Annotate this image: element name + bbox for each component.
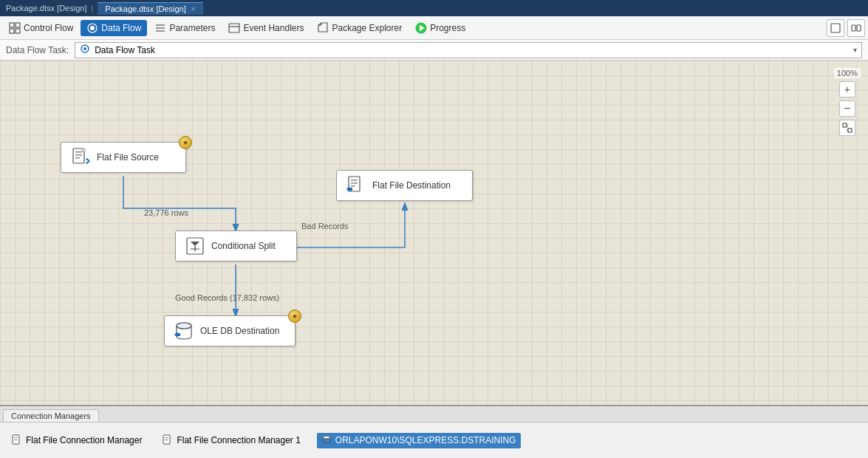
sql-server-cm-item[interactable]: ORLAPONW10\SQLEXPRESS.DSTRAINING — [317, 433, 521, 448]
flat-file-cm-icon — [12, 434, 22, 447]
rows-23776-label: 23,776 rows — [144, 208, 188, 217]
conditional-split-node[interactable]: Conditional Split — [175, 230, 297, 262]
svg-rect-17 — [857, 25, 861, 31]
toolbar-action-2[interactable] — [847, 19, 865, 37]
toolbar-action-1[interactable] — [827, 19, 844, 37]
toolbar-package-explorer[interactable]: Package Explorer — [311, 20, 408, 36]
zoom-level: 100% — [834, 68, 861, 78]
svg-rect-38 — [843, 123, 847, 127]
ole-db-destination-label: OLE DB Destination — [200, 326, 279, 336]
conditional-split-label: Conditional Split — [211, 241, 276, 251]
svg-point-19 — [83, 47, 86, 50]
data-flow-icon — [86, 22, 98, 34]
title-separator: | — [91, 4, 93, 13]
flat-file-source-node[interactable]: ★ Flat File Source — [61, 142, 186, 173]
svg-rect-44 — [14, 440, 18, 440]
svg-point-5 — [90, 26, 95, 30]
svg-rect-23 — [75, 154, 82, 156]
flat-file-cm-1-icon — [163, 434, 173, 447]
parameters-icon — [154, 22, 166, 34]
svg-rect-2 — [10, 29, 14, 33]
svg-marker-25 — [86, 158, 90, 164]
close-icon[interactable]: × — [191, 5, 196, 13]
good-records-label: Good Records (17,832 rows) — [175, 293, 279, 302]
package-explorer-label: Package Explorer — [332, 23, 402, 33]
svg-rect-15 — [831, 24, 840, 33]
zoom-out-button[interactable]: − — [839, 100, 855, 117]
svg-marker-37 — [174, 332, 180, 338]
connection-managers-panel: Connection Managers Flat File Connection… — [0, 405, 868, 458]
toolbar: Control Flow Data Flow Parameters Event … — [0, 16, 868, 40]
toolbar-data-flow[interactable]: Data Flow — [81, 20, 147, 36]
flat-file-cm-item[interactable]: Flat File Connection Manager — [7, 433, 146, 448]
svg-rect-43 — [14, 437, 18, 438]
flat-file-destination-label: Flat File Destination — [372, 180, 451, 191]
chevron-down-icon: ▾ — [853, 46, 857, 54]
zoom-panel: 100% + − — [834, 68, 861, 136]
event-handlers-label: Event Handlers — [243, 23, 304, 33]
zoom-in-button[interactable]: + — [839, 81, 855, 98]
svg-rect-27 — [351, 180, 358, 181]
title-filename: Package.dtsx [Design] — [6, 4, 86, 13]
conn-items: Flat File Connection Manager Flat File C… — [0, 423, 868, 458]
svg-rect-29 — [351, 185, 355, 187]
sql-server-cm-icon — [321, 434, 332, 447]
toolbar-right — [827, 19, 865, 37]
flat-file-cm-label: Flat File Connection Manager — [26, 435, 142, 445]
connectors-svg — [0, 61, 868, 405]
svg-point-48 — [323, 436, 330, 439]
svg-rect-3 — [16, 29, 20, 33]
toolbar-progress[interactable]: Progress — [409, 20, 471, 36]
task-bar: Data Flow Task: Data Flow Task ▾ — [0, 40, 868, 61]
parameters-label: Parameters — [169, 23, 215, 33]
sql-server-cm-label: ORLAPONW10\SQLEXPRESS.DSTRAINING — [335, 435, 516, 445]
ole-db-destination-icon — [174, 321, 194, 341]
data-flow-label: Data Flow — [101, 23, 141, 33]
svg-point-36 — [177, 323, 191, 329]
ole-db-destination-badge: ★ — [288, 310, 301, 323]
task-select-value: Data Flow Task — [95, 45, 155, 55]
flat-file-destination-node[interactable]: Flat File Destination — [336, 170, 473, 201]
flat-file-source-icon — [70, 147, 91, 168]
flat-file-source-badge: ★ — [179, 136, 192, 149]
control-flow-icon — [9, 22, 21, 34]
toolbar-parameters[interactable]: Parameters — [148, 20, 221, 36]
svg-rect-0 — [10, 23, 14, 27]
conn-tab-bar: Connection Managers — [0, 406, 868, 423]
toolbar-event-handlers[interactable]: Event Handlers — [222, 20, 310, 36]
svg-rect-16 — [852, 25, 855, 31]
svg-rect-1 — [16, 23, 20, 27]
svg-rect-22 — [75, 151, 82, 153]
flat-file-source-label: Flat File Source — [97, 152, 159, 163]
bad-records-label: Bad Records — [301, 222, 349, 230]
task-select[interactable]: Data Flow Task ▾ — [75, 42, 862, 58]
event-handlers-icon — [228, 22, 240, 34]
svg-rect-9 — [229, 24, 239, 33]
title-tab[interactable]: Package.dtsx [Design] × — [98, 2, 202, 15]
conditional-split-icon — [185, 236, 205, 256]
canvas-area: ★ Flat File Source Flat File Destination… — [0, 61, 868, 405]
flat-file-cm-1-item[interactable]: Flat File Connection Manager 1 — [158, 433, 304, 448]
package-explorer-icon — [317, 22, 329, 34]
flat-file-destination-icon — [346, 175, 366, 196]
connection-managers-tab[interactable]: Connection Managers — [3, 409, 99, 422]
control-flow-label: Control Flow — [24, 23, 73, 33]
ole-db-destination-node[interactable]: ★ OLE DB Destination — [164, 315, 295, 346]
task-bar-label: Data Flow Task: — [6, 45, 69, 55]
svg-rect-47 — [165, 440, 168, 440]
svg-rect-39 — [848, 129, 852, 132]
svg-rect-46 — [165, 437, 168, 438]
fit-view-button[interactable] — [839, 120, 855, 136]
svg-rect-24 — [75, 157, 80, 159]
title-bar: Package.dtsx [Design] | Package.dtsx [De… — [0, 0, 868, 16]
progress-label: Progress — [430, 23, 465, 33]
toolbar-control-flow[interactable]: Control Flow — [3, 20, 79, 36]
svg-rect-28 — [351, 182, 358, 184]
progress-icon — [415, 22, 427, 34]
task-select-icon — [80, 44, 90, 56]
flat-file-cm-1-label: Flat File Connection Manager 1 — [177, 435, 300, 445]
